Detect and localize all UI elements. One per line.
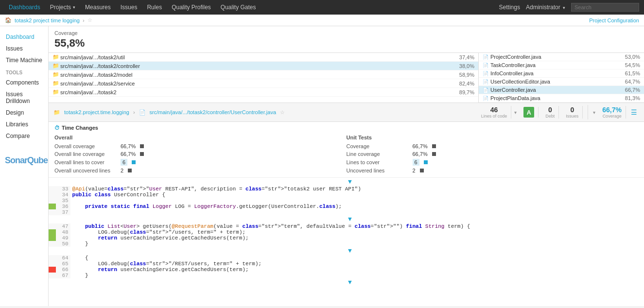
line-code: return userCachingService.getCachedUsers… [70, 235, 644, 241]
line-number: 64 [56, 255, 70, 261]
nav-quality-profiles[interactable]: Quality Profiles [168, 2, 215, 13]
table-row: 64 { [49, 255, 644, 261]
coverage-gutter [49, 273, 56, 278]
table-row: ● 48 LOG.debug(class="str">"/users, term… [49, 229, 644, 235]
line-code: { [70, 255, 644, 261]
breadcrumb-separator: › [83, 17, 85, 23]
table-row: 35 [49, 198, 644, 204]
line-code: LOG.debug(class="str">"/REST/users, term… [70, 261, 644, 267]
line-code: private static final Logger LOG = Logger… [70, 204, 644, 209]
coverage-panel: Coverage 55,8% [49, 26, 644, 53]
nav-projects[interactable]: Projects ▾ [46, 2, 79, 13]
file-path[interactable]: src/main/java/.../totask2/controller/Use… [150, 109, 276, 115]
line-code: public class UserController { [70, 192, 644, 198]
nav-measures[interactable]: Measures [81, 2, 115, 13]
file-icon: 📄 [483, 96, 488, 101]
sidebar-item-issues-drilldown[interactable]: Issues Drilldown [0, 88, 48, 107]
list-view-icon[interactable]: ☰ [629, 108, 639, 116]
coverage-gutter [49, 261, 56, 267]
file-separator: › [133, 109, 135, 115]
unit-tests-col: Unit Tests Coverage66,7%Line coverage66,… [347, 134, 639, 174]
overall-metric-row: Overall uncovered lines2 [54, 167, 347, 174]
breadcrumb-star[interactable]: ☆ [87, 17, 92, 23]
coverage-gutter [49, 198, 56, 204]
file-list-right-row[interactable]: 📄InfoController.java61,5% [479, 69, 644, 78]
file-list-right-row[interactable]: 📄ProjectPlanData.java81,3% [479, 94, 644, 103]
nav-quality-gates[interactable]: Quality Gates [217, 2, 260, 13]
sidebar-item-issues[interactable]: Issues [0, 43, 48, 54]
time-changes-grid: Overall Overall coverage66,7%Overall lin… [54, 134, 638, 174]
coverage-value: 55,8% [54, 37, 638, 50]
table-row: 47 public List<User> getUsers(@RequestPa… [49, 223, 644, 229]
file-list-left-row[interactable]: 📁src/main/java/.../totask2/util37,4% [49, 53, 478, 62]
nav-issues[interactable]: Issues [117, 2, 141, 13]
file-star[interactable]: ☆ [280, 109, 285, 116]
ut-metric-row: Line coverage66,7% [347, 150, 639, 158]
table-row: 50 } [49, 241, 644, 247]
sidebar-tools-header: TOOLS [0, 66, 48, 77]
file-list-right: 📄ProjectController.java53,0%📄TaskControl… [479, 53, 644, 103]
folder-icon: 📁 [52, 54, 59, 60]
coverage-gutter: ● [49, 267, 56, 273]
table-row: ● 36 private static final Logger LOG = L… [49, 204, 644, 209]
coverage-gutter [49, 223, 56, 229]
breadcrumb-project[interactable]: totask2 project time logging [15, 17, 80, 23]
metric-grade: A [520, 107, 539, 118]
sq [140, 144, 144, 148]
sidebar-item-dashboard[interactable]: Dashboard [0, 31, 48, 43]
nav-rules[interactable]: Rules [143, 2, 166, 13]
sq [128, 169, 132, 172]
overall-metric-row: Overall line coverage66,7% [54, 150, 347, 158]
breadcrumb: 🏠 totask2 project time logging › ☆ Proje… [0, 15, 644, 26]
file-list-right-row[interactable]: 📄ProjectController.java53,0% [479, 53, 644, 61]
line-number: 67 [56, 273, 70, 278]
sidebar-item-libraries[interactable]: Libraries [0, 119, 48, 130]
sq [420, 169, 424, 172]
file-list-left-row[interactable]: 📁src/main/java/.../totask2/model58,9% [49, 70, 478, 79]
overall-col: Overall Overall coverage66,7%Overall lin… [54, 134, 347, 174]
coverage-files-panel: Coverage 55,8% 📁src/main/java/.../totask… [49, 26, 644, 103]
sidebar-item-time-machine[interactable]: Time Machine [0, 54, 48, 66]
sidebar-item-compare[interactable]: Compare [0, 130, 48, 142]
metrics-bar: 46 Lines of code ▾ A 0 Debt 0 Issues [477, 105, 639, 120]
code-area[interactable]: ▼ 33 @Api(value=class="str">"User REST-A… [49, 178, 644, 306]
sidebar: Dashboard Issues Time Machine TOOLS Comp… [0, 26, 49, 306]
file-list-left-row[interactable]: 📁src/main/java/.../totask2/controller38,… [49, 62, 478, 70]
table-row: ● 66 return userCachingService.getCached… [49, 267, 644, 273]
time-changes-header: ⏱ Time Changes [54, 125, 638, 131]
line-number: 65 [56, 261, 70, 267]
table-row: 37 [49, 209, 644, 215]
line-number: 49 [56, 235, 70, 241]
metric-dropdown-2[interactable]: ▾ [593, 110, 595, 115]
search-input[interactable] [571, 3, 639, 12]
project-link[interactable]: totask2.project.time.logging [64, 109, 129, 115]
file-list-left: 📁src/main/java/.../totask2/util37,4%📁src… [49, 53, 479, 103]
time-changes-section: ⏱ Time Changes Overall Overall coverage6… [49, 122, 644, 178]
nav-settings[interactable]: Settings [499, 4, 520, 11]
code-arrow-row-after: ▼ [49, 278, 644, 287]
metric-dropdown-1[interactable]: ▾ [514, 110, 517, 115]
line-code: } [70, 273, 644, 278]
table-row: 33 @Api(value=class="str">"User REST-API… [49, 186, 644, 192]
line-number: 47 [56, 223, 70, 229]
clock-icon: ⏱ [54, 125, 60, 131]
nav-dashboards[interactable]: Dashboards [5, 2, 44, 13]
sidebar-item-components[interactable]: Components [0, 77, 48, 88]
main-layout: Dashboard Issues Time Machine TOOLS Comp… [0, 26, 644, 306]
file-list-right-row[interactable]: 📄TaskController.java54,5% [479, 61, 644, 69]
ut-metric-row: Uncovered lines2 [347, 167, 639, 174]
line-number: 34 [56, 192, 70, 198]
sidebar-item-design[interactable]: Design [0, 107, 48, 119]
coverage-gutter [49, 241, 56, 247]
file-list-left-row[interactable]: 📁src/main/java/.../totask289,7% [49, 88, 478, 97]
metric-lines: 46 Lines of code [477, 106, 512, 119]
nav-admin[interactable]: Administrator ▾ [526, 4, 565, 11]
file-list-right-row[interactable]: 📄UserCollectionEditor.java64,7% [479, 78, 644, 86]
line-code [70, 209, 644, 215]
table-row: 65 LOG.debug(class="str">"/REST/users, t… [49, 261, 644, 267]
project-config-link[interactable]: Project Configuration [589, 17, 639, 23]
file-list-left-row[interactable]: 📁src/main/java/.../totask2/service82,4% [49, 79, 478, 88]
line-number: 50 [56, 241, 70, 247]
overall-metric-row: Overall coverage66,7% [54, 142, 347, 150]
file-list-right-row[interactable]: 📄UserController.java66,7% [479, 86, 644, 94]
